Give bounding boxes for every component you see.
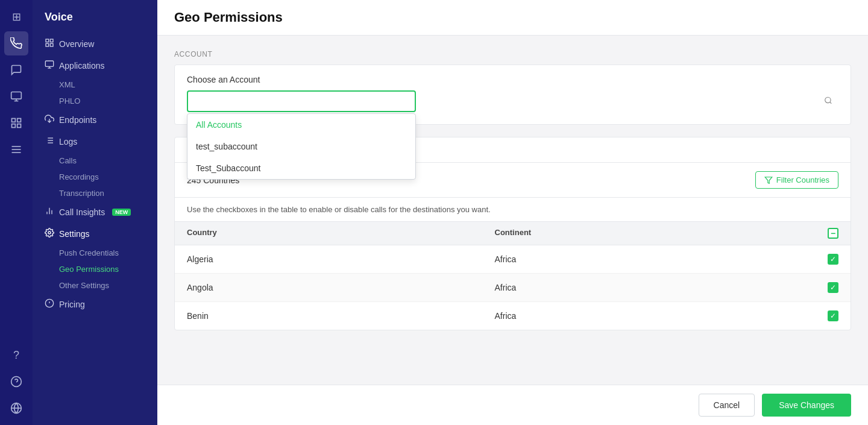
home-icon[interactable]: ⊞: [4, 5, 28, 29]
main-area: Geo Permissions Account Choose an Accoun…: [157, 0, 868, 425]
icon-rail: ⊞ ?: [0, 0, 33, 425]
overview-icon: [45, 38, 54, 50]
table-row: Benin Africa ✓: [175, 302, 851, 330]
table-header: Country Continent −: [175, 222, 851, 245]
sidebar-label-call-insights: Call Insights: [59, 207, 105, 217]
dropdown-item-test-subaccount-2[interactable]: Test_Subaccount: [187, 157, 415, 179]
country-name: Angola: [187, 283, 495, 292]
sidebar-label-overview: Overview: [59, 39, 94, 49]
footer: Cancel Save Changes: [157, 385, 868, 425]
row-checkbox-angola[interactable]: ✓: [828, 282, 838, 293]
row-checkbox-algeria[interactable]: ✓: [828, 254, 838, 265]
table-row: Angola Africa ✓: [175, 274, 851, 302]
table-row: Algeria Africa ✓: [175, 245, 851, 274]
sidebar-item-pricing[interactable]: Pricing: [33, 294, 157, 315]
header-checkbox[interactable]: −: [828, 228, 838, 239]
sidebar-sub-calls[interactable]: Calls: [33, 153, 157, 169]
support-icon[interactable]: [4, 370, 28, 394]
svg-rect-4: [17, 119, 21, 122]
apps-icon[interactable]: [4, 111, 28, 135]
dropdown-item-test-subaccount[interactable]: test_subaccount: [187, 136, 415, 157]
filter-button-label: Filter Countries: [776, 175, 829, 184]
row-checkbox-benin[interactable]: ✓: [828, 310, 838, 321]
sidebar-label-logs: Logs: [59, 137, 77, 146]
sidebar-sub-phlo[interactable]: PHLO: [33, 93, 157, 109]
sidebar-label-pricing: Pricing: [59, 300, 85, 309]
main-content: Account Choose an Account All Accounts t…: [157, 36, 868, 385]
continent-name: Africa: [495, 311, 803, 321]
sidebar-sub-geo-permissions[interactable]: Geo Permissions: [33, 261, 157, 277]
info-text: Use the checkboxes in the table to enabl…: [175, 198, 851, 222]
call-insights-icon: [45, 206, 54, 218]
sidebar-sub-other-settings[interactable]: Other Settings: [33, 277, 157, 294]
svg-point-35: [825, 97, 831, 102]
sidebar-sub-xml[interactable]: XML: [33, 77, 157, 93]
sidebar-item-applications[interactable]: Applications: [33, 55, 157, 77]
sidebar-item-endpoints[interactable]: Endpoints: [33, 109, 157, 131]
sidebar-label-endpoints: Endpoints: [59, 115, 96, 125]
continent-name: Africa: [495, 283, 803, 292]
svg-marker-37: [765, 177, 772, 183]
svg-rect-3: [12, 119, 16, 122]
svg-rect-5: [12, 124, 16, 128]
logs-icon: [45, 136, 54, 148]
chat-icon[interactable]: [4, 58, 28, 82]
sidebar-item-settings[interactable]: Settings: [33, 223, 157, 245]
contact-icon[interactable]: [4, 84, 28, 109]
sidebar-item-overview[interactable]: Overview: [33, 33, 157, 55]
sidebar-title: Voice: [33, 0, 157, 33]
country-name: Benin: [187, 311, 495, 321]
pricing-icon: [45, 298, 54, 310]
save-changes-button[interactable]: Save Changes: [762, 394, 851, 417]
cancel-button[interactable]: Cancel: [699, 394, 755, 417]
svg-rect-17: [50, 43, 53, 46]
svg-rect-15: [50, 39, 53, 42]
menu-icon[interactable]: [4, 137, 28, 162]
country-name: Algeria: [187, 254, 495, 264]
column-continent: Continent: [495, 228, 803, 239]
sidebar-sub-recordings[interactable]: Recordings: [33, 169, 157, 185]
sidebar-sub-transcription[interactable]: Transcription: [33, 185, 157, 201]
account-card: Choose an Account All Accounts test_suba…: [174, 65, 851, 125]
endpoints-icon: [45, 114, 54, 126]
sidebar-label-settings: Settings: [59, 229, 90, 239]
applications-icon: [45, 60, 54, 72]
svg-rect-0: [11, 92, 22, 99]
account-search-input[interactable]: [187, 90, 416, 112]
account-section-label: Account: [174, 50, 851, 58]
dropdown-item-all-accounts[interactable]: All Accounts: [187, 114, 415, 136]
page-title: Geo Permissions: [174, 10, 851, 25]
svg-point-31: [48, 231, 51, 234]
phone-icon[interactable]: [4, 31, 28, 55]
search-icon: [824, 96, 832, 107]
help-icon[interactable]: ?: [4, 343, 28, 367]
filter-countries-button[interactable]: Filter Countries: [755, 171, 838, 189]
continent-name: Africa: [495, 254, 803, 264]
globe-icon[interactable]: [4, 396, 28, 420]
page-header: Geo Permissions: [157, 0, 868, 36]
sidebar: Voice Overview Applications XML PHLO End…: [33, 0, 157, 425]
sidebar-item-logs[interactable]: Logs: [33, 131, 157, 153]
svg-rect-14: [46, 39, 49, 42]
sidebar-label-applications: Applications: [59, 61, 105, 71]
svg-rect-16: [46, 43, 49, 46]
svg-line-36: [830, 102, 832, 104]
column-country: Country: [187, 228, 495, 239]
sidebar-sub-push-credentials[interactable]: Push Credentials: [33, 245, 157, 261]
svg-rect-6: [17, 124, 21, 128]
new-badge: NEW: [112, 209, 131, 216]
settings-icon: [45, 228, 54, 240]
search-wrapper: All Accounts test_subaccount Test_Subacc…: [187, 90, 838, 112]
svg-rect-18: [45, 61, 53, 66]
account-card-title: Choose an Account: [187, 75, 838, 84]
account-dropdown: All Accounts test_subaccount Test_Subacc…: [187, 113, 416, 180]
sidebar-item-call-insights[interactable]: Call Insights NEW: [33, 201, 157, 223]
